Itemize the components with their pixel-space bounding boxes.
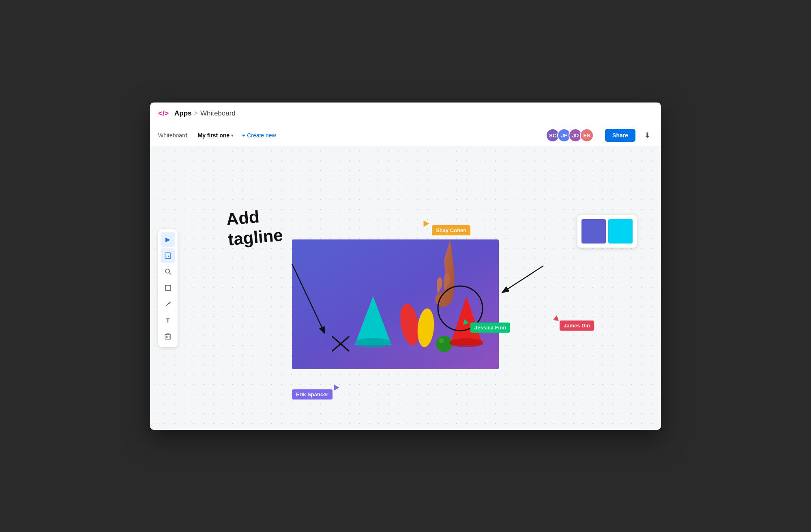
create-new-button[interactable]: + Create new: [242, 132, 276, 139]
select-tool[interactable]: ▶: [161, 232, 175, 247]
shapes-svg: [292, 239, 499, 369]
share-button[interactable]: Share: [605, 129, 635, 142]
selected-board-name: My first one: [197, 132, 230, 139]
main-image: [292, 239, 499, 369]
handwritten-annotation: Addtagline: [225, 205, 284, 250]
pen-tool[interactable]: [161, 297, 175, 312]
left-toolbar: ▶: [158, 229, 178, 347]
cursor-jessica: [462, 318, 468, 326]
create-new-label: + Create new: [242, 132, 276, 139]
download-button[interactable]: ⬇: [642, 128, 653, 142]
delete-tool[interactable]: [161, 329, 175, 344]
breadcrumb: Apps > Whiteboard: [174, 109, 236, 118]
chevron-down-icon: ▾: [231, 133, 233, 138]
svg-point-14: [436, 336, 452, 352]
svg-point-11: [355, 338, 391, 348]
swatch-cyan[interactable]: [608, 219, 633, 244]
cursor-name-jessica: Jessica Finn: [474, 325, 506, 331]
breadcrumb-current: Whiteboard: [200, 109, 236, 118]
svg-line-2: [169, 273, 171, 274]
swatch-purple[interactable]: [581, 219, 606, 244]
svg-point-9: [306, 345, 485, 369]
canvas-area[interactable]: ▶: [150, 146, 661, 430]
cursor-label-jessica: Jessica Finn: [470, 323, 510, 333]
cursor-name-erik: Erik Spancer: [296, 391, 328, 397]
svg-rect-3: [165, 285, 171, 291]
frame-tool[interactable]: [161, 281, 175, 295]
cursor-james: [554, 315, 559, 322]
svg-rect-0: [165, 253, 171, 259]
cursor-name-james: James Din: [564, 323, 590, 329]
avatars-row: SC JF JD ES: [546, 128, 594, 142]
text-tool[interactable]: T: [161, 313, 175, 328]
logo-icon: </>: [158, 109, 169, 118]
cursor-label-shay: Shay Cohen: [432, 225, 470, 235]
cursor-erik: [333, 384, 338, 391]
top-nav: </> Apps > Whiteboard: [150, 103, 661, 125]
breadcrumb-separator: >: [194, 110, 198, 117]
avatar: ES: [580, 128, 594, 142]
svg-point-15: [439, 338, 444, 343]
whiteboard-label: Whiteboard:: [158, 132, 189, 139]
whiteboard-selector[interactable]: My first one ▾: [195, 130, 236, 140]
cursor-name-shay: Shay Cohen: [436, 227, 466, 233]
toolbar-row: Whiteboard: My first one ▾ + Create new …: [150, 125, 661, 146]
sticky-note-tool[interactable]: [161, 248, 175, 263]
cursor-shay: [422, 220, 428, 227]
color-swatches: [577, 215, 637, 248]
cursor-label-james: James Din: [560, 320, 594, 331]
cursor-label-erik: Erik Spancer: [292, 389, 333, 400]
search-tool[interactable]: [161, 265, 175, 279]
browser-frame: </> Apps > Whiteboard Whiteboard: My fir…: [150, 103, 661, 430]
breadcrumb-apps[interactable]: Apps: [174, 109, 192, 118]
svg-point-17: [449, 338, 483, 347]
